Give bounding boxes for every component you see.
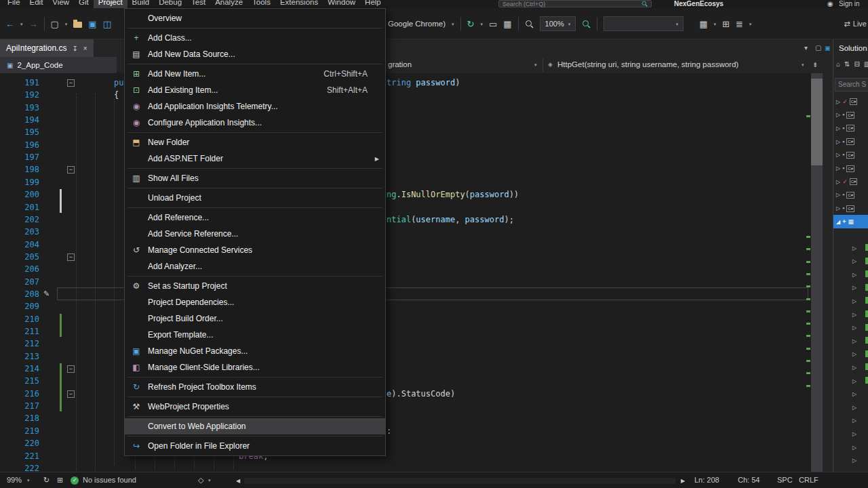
solution-tree-item[interactable]: ▷ — [833, 308, 868, 321]
expand-arrow-icon[interactable]: ▷ — [852, 312, 856, 318]
expand-arrow-icon[interactable]: ▷ — [852, 285, 856, 291]
device-preview-icon[interactable]: ▦ — [503, 20, 511, 28]
browser-window-icon[interactable]: ▭ — [489, 20, 497, 28]
solution-tree-item[interactable]: ▷✓C# — [833, 95, 868, 108]
debug-target-dropdown[interactable]: Google Chrome) — [388, 20, 446, 28]
float-window-icon[interactable]: ▢ — [815, 44, 821, 52]
menubar-item-project[interactable]: Project — [94, 0, 127, 8]
solution-tree-item[interactable]: ▷ — [833, 281, 868, 295]
code-cleanup-icon[interactable]: ◇ — [198, 476, 203, 485]
expand-arrow-icon[interactable]: ▷ — [852, 365, 856, 371]
hscroll-right-icon[interactable]: ▶ — [681, 478, 685, 484]
account-name[interactable]: NexGenEcosys — [674, 0, 724, 7]
solution-tree-item[interactable]: ▷ — [833, 441, 868, 454]
expand-arrow-icon[interactable]: ▷ — [836, 179, 840, 185]
expand-arrow-icon[interactable]: ▷ — [852, 272, 856, 278]
navigate-back-button[interactable]: ← — [5, 20, 14, 28]
solution-tree-item[interactable]: ▷▪C# — [833, 135, 868, 148]
solution-tree-item[interactable]: ▷ — [833, 321, 868, 335]
menubar-item-git[interactable]: Git — [74, 0, 94, 8]
solution-tree-item[interactable]: ▷▪C# — [833, 162, 868, 176]
solution-tree-item[interactable]: ▷▪C# — [833, 202, 868, 216]
solution-tree-item[interactable]: ▷ — [833, 241, 868, 255]
solution-tree-item[interactable]: ▷ — [833, 348, 868, 361]
close-tab-icon[interactable]: × — [83, 45, 87, 52]
toolbox-dropdown[interactable]: ▾ — [604, 16, 684, 31]
zoom-level-dropdown[interactable]: 100% ▾ — [540, 16, 576, 31]
expand-arrow-icon[interactable]: ▷ — [836, 205, 840, 211]
menu-item-add-existing-item[interactable]: ⊡Add Existing Item...Shift+Alt+A — [125, 82, 385, 98]
table-layout-icon[interactable]: ▦ — [699, 20, 707, 28]
expand-arrow-icon[interactable]: ▷ — [836, 165, 840, 171]
line-ending-indicator[interactable]: CRLF — [799, 476, 818, 484]
menu-item-manage-client-side-libraries[interactable]: ◧Manage Client-Side Libraries... — [125, 359, 385, 375]
menu-item-add-application-insights-telemetry[interactable]: ◉Add Application Insights Telemetry... — [125, 98, 385, 115]
menubar-item-test[interactable]: Test — [186, 0, 210, 8]
solution-tree-item[interactable]: ▷▪C# — [833, 188, 868, 202]
save-button[interactable]: ▣ — [88, 20, 96, 28]
solution-tree-item[interactable]: ▷ — [833, 427, 868, 441]
solution-tree-item[interactable]: ▷ — [833, 401, 868, 414]
background-task-icon[interactable]: ↻ — [43, 476, 50, 485]
menu-item-add-asp-net-folder[interactable]: Add ASP.NET Folder▶ — [125, 150, 385, 167]
zoom-out-icon[interactable] — [525, 20, 534, 28]
editor-zoom-level[interactable]: 99% — [7, 476, 22, 484]
expand-arrow-icon[interactable]: ▷ — [852, 431, 856, 437]
solution-tree-item[interactable]: ▷ — [833, 374, 868, 388]
expand-arrow-icon[interactable]: ▷ — [836, 152, 840, 158]
sign-in-button[interactable]: Sign in — [839, 0, 860, 7]
split-window-icon[interactable]: ⇟ — [812, 61, 818, 68]
fold-marker[interactable]: − — [67, 166, 75, 174]
fold-marker[interactable]: − — [67, 253, 75, 261]
type-dropdown[interactable]: gration — [388, 60, 412, 68]
menu-item-add-class[interactable]: +Add Class... — [125, 30, 385, 46]
user-avatar-icon[interactable]: ◉ — [827, 0, 833, 7]
menu-item-set-as-startup-project[interactable]: ⚙Set as Startup Project — [125, 278, 385, 294]
member-dropdown-caret-icon[interactable]: ▾ — [802, 62, 804, 68]
menubar-item-build[interactable]: Build — [127, 0, 155, 8]
menu-item-manage-nuget-packages[interactable]: ▣Manage NuGet Packages... — [125, 343, 385, 359]
zoom-in-icon[interactable] — [582, 20, 591, 28]
fold-marker[interactable]: − — [67, 390, 75, 398]
vertical-scrollbar[interactable] — [811, 73, 823, 472]
menubar-item-file[interactable]: File — [3, 0, 25, 8]
save-all-button[interactable]: ◫ — [103, 20, 111, 28]
collapse-all-icon[interactable]: ⊟ — [854, 61, 859, 68]
expand-arrow-icon[interactable]: ▷ — [852, 391, 856, 397]
hscroll-left-icon[interactable]: ◀ — [236, 478, 240, 484]
solution-tree-item[interactable]: ▷ — [833, 454, 868, 468]
menu-item-show-all-files[interactable]: ▥Show All Files — [125, 170, 385, 186]
menubar-item-extensions[interactable]: Extensions — [275, 0, 323, 8]
tab-2-app-code[interactable]: ▣ 2_App_Code — [0, 57, 117, 73]
solution-tree-item-selected[interactable]: ◢+▦ — [833, 215, 868, 228]
expand-arrow-icon[interactable]: ▷ — [836, 125, 840, 131]
expand-arrow-icon[interactable]: ▷ — [852, 378, 856, 384]
menu-item-unload-project[interactable]: Unload Project — [125, 190, 385, 206]
pin-tab-icon[interactable]: ↧ — [72, 45, 77, 52]
new-project-caret-icon[interactable]: ▾ — [65, 22, 68, 26]
expanded-arrow-icon[interactable]: ◢ — [836, 219, 840, 225]
solution-tree-item[interactable]: ▷ — [833, 361, 868, 374]
menu-item-export-template[interactable]: Export Template... — [125, 327, 385, 343]
navigate-forward-button[interactable]: → — [29, 20, 38, 28]
solution-tree-item[interactable]: ▷ — [833, 268, 868, 281]
menu-item-add-new-data-source[interactable]: ▤Add New Data Source... — [125, 46, 385, 62]
solution-tree-item[interactable]: ▷ — [833, 255, 868, 268]
table-layout-caret-icon[interactable]: ▾ — [714, 22, 717, 26]
back-history-caret-icon[interactable]: ▾ — [20, 22, 23, 26]
expand-arrow-icon[interactable]: ▷ — [852, 258, 856, 264]
browser-link-refresh-button[interactable]: ↻ — [467, 20, 475, 28]
solution-tree-item[interactable]: ▷ — [833, 334, 868, 348]
member-dropdown[interactable]: HttpGet(string uri, string username, str… — [557, 60, 738, 68]
menubar-item-analyze[interactable]: Analyze — [210, 0, 248, 8]
expand-arrow-icon[interactable]: ▷ — [852, 418, 856, 424]
expand-arrow-icon[interactable]: ▷ — [836, 139, 840, 145]
fold-marker[interactable]: − — [67, 365, 75, 373]
code-cleanup-caret-icon[interactable]: ▾ — [208, 478, 211, 483]
menu-item-refresh-project-toolbox-items[interactable]: ↻Refresh Project Toolbox Items — [125, 379, 385, 395]
editor-zoom-caret-icon[interactable]: ▾ — [27, 478, 30, 483]
open-file-button[interactable] — [73, 22, 82, 28]
menubar-item-window[interactable]: Window — [323, 0, 360, 8]
menu-item-overview[interactable]: Overview — [125, 10, 385, 26]
type-dropdown-caret-icon[interactable]: ▾ — [534, 62, 537, 68]
